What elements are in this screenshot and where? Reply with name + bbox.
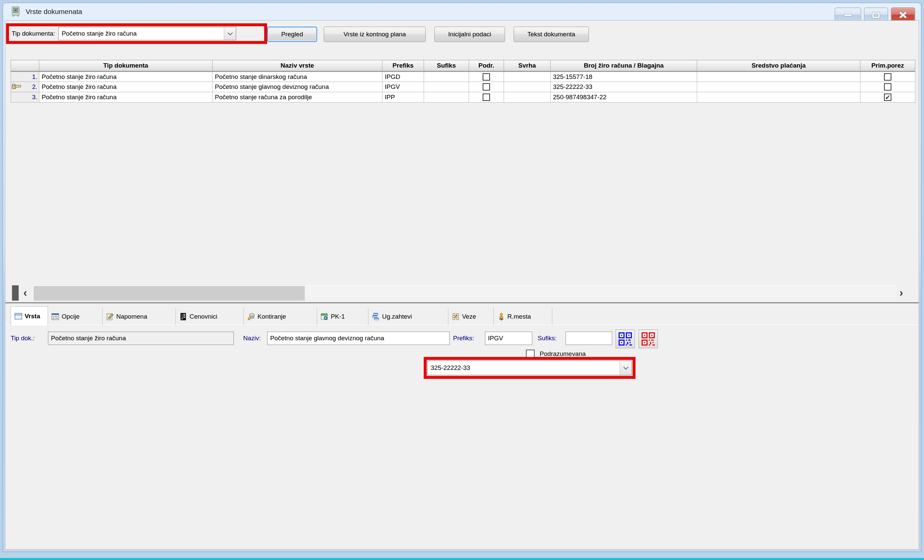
cell-naziv-vrste[interactable]: Početno stanje dinarskog računa — [213, 72, 382, 82]
prim-porez-checkbox[interactable]: ✓ — [884, 94, 891, 101]
cell-svrha[interactable] — [504, 72, 550, 82]
tab-opcije[interactable]: Opcije — [48, 308, 103, 325]
highlight-box-tip-dokumenta: Tip dokumenta: Početno stanje žiro račun… — [6, 23, 267, 44]
cell-prim-porez[interactable] — [860, 72, 915, 82]
cell-sredstvo-placanja[interactable] — [697, 82, 860, 92]
options-icon — [51, 313, 59, 320]
podr-checkbox[interactable] — [483, 94, 490, 101]
titlebar[interactable]: Vrste dokumenata — [3, 3, 921, 20]
tab-veze[interactable]: Veze — [448, 308, 494, 325]
col-naziv-vrste[interactable]: Naziv vrste — [213, 60, 382, 72]
cell-podr[interactable] — [469, 72, 504, 82]
tab-napomena[interactable]: Napomena — [103, 308, 176, 325]
inicijalni-podaci-button[interactable]: Inicijalni podaci — [434, 27, 505, 42]
tab-vrsta[interactable]: Vrsta — [10, 306, 48, 326]
col-svrha[interactable]: Svrha — [504, 60, 550, 72]
horizontal-scrollbar[interactable] — [31, 285, 896, 301]
screen-edge-strip — [0, 558, 924, 560]
scroll-right-icon[interactable]: › — [899, 284, 903, 301]
cell-naziv-vrste[interactable]: Početno stanje glavnog deviznog računa — [213, 82, 382, 92]
tab-ugzahtevi[interactable]: Ug.zahtevi — [368, 308, 448, 325]
current-row-indicator-icon — [12, 82, 22, 91]
cell-podr[interactable] — [469, 92, 504, 103]
table-row[interactable]: 3. Početno stanje žiro računa Početno st… — [11, 92, 915, 103]
tip-dokumenta-value: Početno stanje žiro računa — [58, 27, 224, 40]
cell-prefiks[interactable]: IPGV — [382, 82, 424, 92]
qr-code-red-icon — [642, 332, 655, 346]
row-selector[interactable]: 1. — [11, 72, 39, 82]
cell-sredstvo-placanja[interactable] — [697, 72, 860, 82]
calendar-gear-icon — [320, 313, 328, 320]
pregled-button[interactable]: Pregled — [267, 27, 317, 42]
tip-dokumenta-dropdown[interactable]: Početno stanje žiro računa — [58, 27, 236, 40]
col-sufiks[interactable]: Sufiks — [424, 60, 469, 72]
workplace-person-icon — [497, 313, 505, 320]
highlight-box-ziro-racun: 325-22222-33 — [424, 357, 636, 379]
scrollbar-thumb[interactable] — [34, 286, 305, 301]
cell-sufiks[interactable] — [424, 82, 469, 92]
tab-rmesta[interactable]: R.mesta — [494, 308, 552, 325]
cell-podr[interactable] — [469, 82, 504, 92]
vrste-iz-kontnog-plana-button[interactable]: Vrste iz kontnog plana — [324, 27, 426, 42]
tekst-dokumenta-button[interactable]: Tekst dokumenta — [514, 27, 589, 42]
qr-code-red-button[interactable] — [639, 329, 658, 348]
row-selector-header — [11, 60, 39, 72]
dropdown-arrow-icon[interactable] — [620, 361, 632, 375]
cell-tip-dokumenta[interactable]: Početno stanje žiro računa — [39, 72, 213, 82]
cell-tip-dokumenta[interactable]: Početno stanje žiro računa — [39, 92, 213, 103]
table-header-row: Tip dokumenta Naziv vrste Prefiks Sufiks… — [11, 60, 915, 72]
tab-kontiranje[interactable]: Kontiranje — [244, 308, 317, 325]
prefiks-field[interactable] — [485, 332, 532, 345]
cell-broj-racuna[interactable]: 250-987498347-22 — [550, 92, 697, 103]
tab-cenovnici[interactable]: Cenovnici — [176, 308, 244, 325]
close-icon — [899, 12, 907, 18]
cell-prim-porez[interactable] — [860, 82, 915, 92]
cell-broj-racuna[interactable]: 325-15577-18 — [550, 72, 697, 82]
splitter-handle[interactable] — [12, 285, 19, 301]
cell-prefiks[interactable]: IPP — [382, 92, 424, 103]
note-pencil-icon — [106, 313, 114, 320]
window-title: Vrste dokumenata — [26, 7, 82, 16]
dropdown-arrow-icon[interactable] — [224, 27, 236, 40]
col-broj-ziro-racuna[interactable]: Broj žiro računa / Blagajna — [550, 60, 697, 72]
row-number: 1. — [32, 73, 37, 80]
cell-naziv-vrste[interactable]: Početno stanje računa za porodilje — [213, 92, 382, 103]
cell-svrha[interactable] — [504, 92, 550, 103]
col-podr[interactable]: Podr. — [469, 60, 504, 72]
links-icon — [452, 313, 460, 320]
scroll-left-icon[interactable]: ‹ — [23, 284, 27, 301]
col-tip-dokumenta[interactable]: Tip dokumenta — [39, 60, 213, 72]
cell-svrha[interactable] — [504, 82, 550, 92]
cell-prim-porez[interactable]: ✓ — [860, 92, 915, 103]
naziv-field[interactable] — [267, 332, 450, 345]
cell-sredstvo-placanja[interactable] — [697, 92, 860, 103]
col-prefiks[interactable]: Prefiks — [382, 60, 424, 72]
cell-sufiks[interactable] — [424, 92, 469, 103]
col-sredstvo-placanja[interactable]: Sredstvo plaćanja — [697, 60, 860, 72]
cell-sufiks[interactable] — [424, 72, 469, 82]
sufiks-field[interactable] — [566, 332, 612, 345]
prim-porez-checkbox[interactable] — [884, 83, 891, 91]
tab-pk1[interactable]: PK-1 — [317, 308, 368, 325]
cell-tip-dokumenta[interactable]: Početno stanje žiro računa — [39, 82, 213, 92]
sufiks-label: Sufiks: — [538, 332, 556, 345]
document-types-table: Tip dokumenta Naziv vrste Prefiks Sufiks… — [10, 60, 915, 103]
col-prim-porez[interactable]: Prim.porez — [860, 60, 915, 72]
app-window: Vrste dokumenata Tip dokumenta: Početno … — [3, 3, 921, 552]
cell-broj-racuna[interactable]: 325-22222-33 — [550, 82, 697, 92]
row-selector[interactable]: 3. — [11, 92, 39, 103]
prim-porez-checkbox[interactable] — [884, 73, 891, 81]
cell-prefiks[interactable]: IPGD — [382, 72, 424, 82]
table-row[interactable]: 1. Početno stanje žiro računa Početno st… — [11, 72, 915, 82]
row-selector[interactable]: 2. — [11, 82, 39, 92]
row-number: 3. — [32, 94, 37, 100]
table-row[interactable]: 2. Početno stanje žiro računa Početno st… — [11, 82, 915, 92]
row-number: 2. — [32, 83, 37, 90]
podr-checkbox[interactable] — [483, 73, 490, 81]
tip-dokumenta-label: Tip dokumenta: — [12, 30, 55, 37]
qr-code-blue-button[interactable] — [615, 329, 635, 348]
ziro-racun-value: 325-22222-33 — [428, 361, 620, 375]
podr-checkbox[interactable] — [483, 83, 490, 91]
tip-dok-field — [48, 332, 234, 345]
ziro-racun-dropdown[interactable]: 325-22222-33 — [428, 361, 632, 375]
